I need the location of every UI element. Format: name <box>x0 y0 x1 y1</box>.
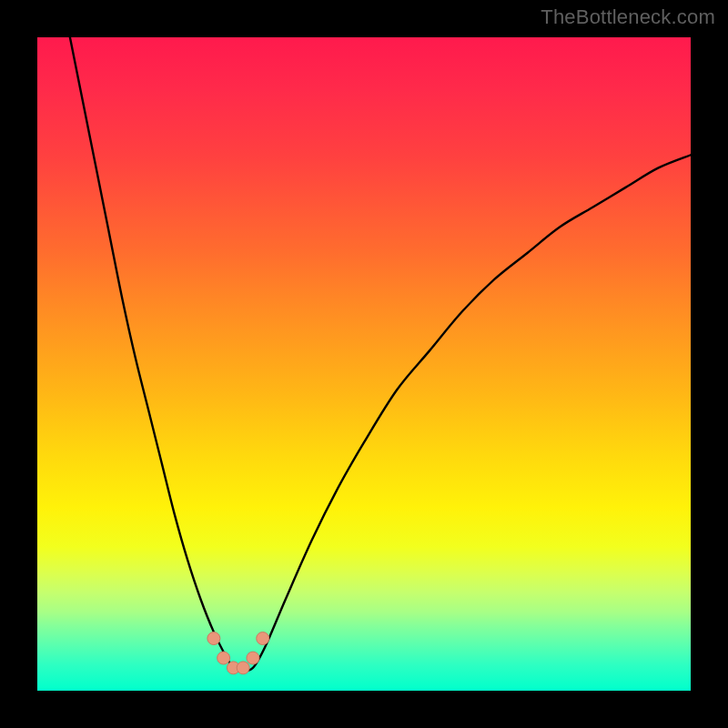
marker-dot <box>237 662 249 674</box>
marker-dot <box>247 652 259 664</box>
watermark-text: TheBottleneck.com <box>541 5 715 29</box>
plot-area <box>37 37 691 691</box>
chart-frame: TheBottleneck.com <box>0 0 728 728</box>
marker-layer <box>207 632 269 674</box>
bottleneck-curve <box>70 37 691 672</box>
marker-dot <box>207 632 220 645</box>
curve-layer <box>70 37 691 672</box>
marker-dot <box>257 632 269 645</box>
chart-svg <box>37 37 691 691</box>
marker-dot <box>217 652 230 664</box>
